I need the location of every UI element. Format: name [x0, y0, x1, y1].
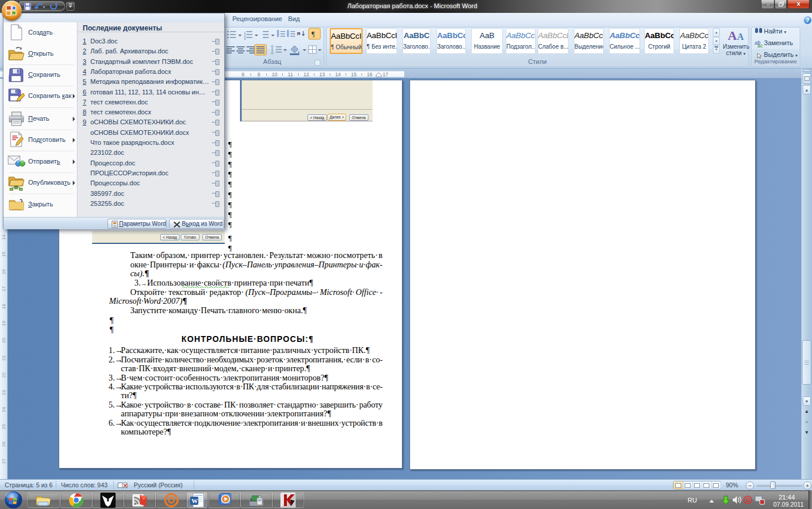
svg-text:Я: Я — [297, 31, 300, 36]
svg-text:W: W — [191, 497, 198, 504]
svg-text:ac: ac — [757, 43, 763, 49]
svg-text:¶: ¶ — [312, 30, 315, 38]
svg-text:3: 3 — [244, 37, 246, 40]
